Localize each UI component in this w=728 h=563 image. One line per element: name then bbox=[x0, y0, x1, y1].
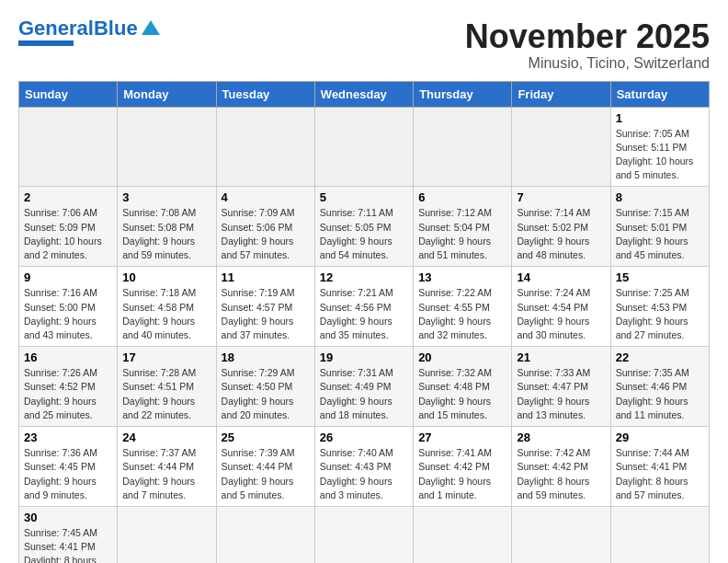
day-number: 22 bbox=[616, 350, 704, 364]
day-number: 14 bbox=[517, 270, 605, 284]
day-cell bbox=[118, 107, 216, 187]
day-number: 23 bbox=[24, 431, 112, 444]
logo-text: GeneralBlue bbox=[18, 18, 138, 39]
day-info: Sunrise: 7:40 AM Sunset: 4:43 PM Dayligh… bbox=[320, 446, 408, 502]
day-cell bbox=[314, 107, 413, 187]
day-cell: 5Sunrise: 7:11 AM Sunset: 5:05 PM Daylig… bbox=[314, 187, 413, 267]
day-cell: 22Sunrise: 7:35 AM Sunset: 4:46 PM Dayli… bbox=[610, 347, 709, 427]
day-number: 29 bbox=[616, 431, 704, 444]
page-header: GeneralBlue November 2025 Minusio, Ticin… bbox=[18, 18, 710, 72]
day-header-monday: Monday bbox=[118, 81, 216, 107]
day-header-wednesday: Wednesday bbox=[314, 81, 413, 107]
day-number: 19 bbox=[320, 350, 408, 364]
day-info: Sunrise: 7:21 AM Sunset: 4:56 PM Dayligh… bbox=[320, 286, 408, 342]
day-info: Sunrise: 7:37 AM Sunset: 4:44 PM Dayligh… bbox=[122, 446, 210, 502]
day-cell bbox=[19, 107, 118, 187]
day-number: 11 bbox=[222, 270, 310, 284]
day-cell: 7Sunrise: 7:14 AM Sunset: 5:02 PM Daylig… bbox=[512, 187, 610, 267]
day-info: Sunrise: 7:12 AM Sunset: 5:04 PM Dayligh… bbox=[418, 206, 506, 262]
day-info: Sunrise: 7:39 AM Sunset: 4:44 PM Dayligh… bbox=[222, 446, 310, 502]
location-title: Minusio, Ticino, Switzerland bbox=[465, 55, 710, 72]
day-info: Sunrise: 7:14 AM Sunset: 5:02 PM Dayligh… bbox=[517, 206, 605, 262]
day-number: 5 bbox=[320, 190, 408, 204]
day-cell: 30Sunrise: 7:45 AM Sunset: 4:41 PM Dayli… bbox=[19, 506, 118, 563]
day-number: 21 bbox=[517, 350, 605, 364]
day-cell: 2Sunrise: 7:06 AM Sunset: 5:09 PM Daylig… bbox=[19, 187, 118, 267]
day-cell: 21Sunrise: 7:33 AM Sunset: 4:47 PM Dayli… bbox=[512, 347, 610, 427]
day-cell bbox=[216, 107, 314, 187]
logo-bar bbox=[18, 40, 74, 46]
day-cell: 29Sunrise: 7:44 AM Sunset: 4:41 PM Dayli… bbox=[610, 427, 709, 507]
day-number: 1 bbox=[616, 111, 704, 125]
day-cell: 11Sunrise: 7:19 AM Sunset: 4:57 PM Dayli… bbox=[216, 267, 314, 347]
day-info: Sunrise: 7:16 AM Sunset: 5:00 PM Dayligh… bbox=[24, 286, 112, 342]
day-info: Sunrise: 7:44 AM Sunset: 4:41 PM Dayligh… bbox=[616, 446, 704, 502]
day-number: 24 bbox=[122, 431, 210, 444]
logo-blue: Blue bbox=[94, 17, 138, 40]
day-info: Sunrise: 7:33 AM Sunset: 4:47 PM Dayligh… bbox=[517, 366, 605, 422]
day-cell: 17Sunrise: 7:28 AM Sunset: 4:51 PM Dayli… bbox=[118, 347, 216, 427]
logo-general: General bbox=[18, 17, 94, 40]
day-number: 20 bbox=[418, 350, 506, 364]
day-info: Sunrise: 7:26 AM Sunset: 4:52 PM Dayligh… bbox=[24, 366, 112, 422]
day-cell: 20Sunrise: 7:32 AM Sunset: 4:48 PM Dayli… bbox=[414, 347, 512, 427]
day-number: 10 bbox=[122, 270, 210, 284]
day-number: 3 bbox=[122, 190, 210, 204]
day-number: 8 bbox=[616, 190, 704, 204]
day-info: Sunrise: 7:42 AM Sunset: 4:42 PM Dayligh… bbox=[517, 446, 605, 502]
day-cell bbox=[512, 506, 610, 563]
day-info: Sunrise: 7:29 AM Sunset: 4:50 PM Dayligh… bbox=[222, 366, 310, 422]
day-cell: 19Sunrise: 7:31 AM Sunset: 4:49 PM Dayli… bbox=[314, 347, 413, 427]
day-info: Sunrise: 7:18 AM Sunset: 4:58 PM Dayligh… bbox=[122, 286, 210, 342]
day-number: 12 bbox=[320, 270, 408, 284]
day-info: Sunrise: 7:08 AM Sunset: 5:08 PM Dayligh… bbox=[122, 206, 210, 262]
day-number: 7 bbox=[517, 190, 605, 204]
day-info: Sunrise: 7:06 AM Sunset: 5:09 PM Dayligh… bbox=[24, 206, 112, 262]
day-number: 28 bbox=[517, 431, 605, 444]
day-cell: 28Sunrise: 7:42 AM Sunset: 4:42 PM Dayli… bbox=[512, 427, 610, 507]
day-info: Sunrise: 7:22 AM Sunset: 4:55 PM Dayligh… bbox=[418, 286, 506, 342]
day-cell: 6Sunrise: 7:12 AM Sunset: 5:04 PM Daylig… bbox=[414, 187, 512, 267]
week-row-4: 16Sunrise: 7:26 AM Sunset: 4:52 PM Dayli… bbox=[19, 347, 710, 427]
day-cell bbox=[512, 107, 610, 187]
day-cell: 8Sunrise: 7:15 AM Sunset: 5:01 PM Daylig… bbox=[610, 187, 709, 267]
day-cell: 24Sunrise: 7:37 AM Sunset: 4:44 PM Dayli… bbox=[118, 427, 216, 507]
day-cell: 9Sunrise: 7:16 AM Sunset: 5:00 PM Daylig… bbox=[19, 267, 118, 347]
day-header-tuesday: Tuesday bbox=[216, 81, 314, 107]
day-number: 16 bbox=[24, 350, 112, 364]
week-row-5: 23Sunrise: 7:36 AM Sunset: 4:45 PM Dayli… bbox=[19, 427, 710, 507]
day-number: 13 bbox=[418, 270, 506, 284]
day-header-sunday: Sunday bbox=[19, 81, 118, 107]
day-number: 9 bbox=[24, 270, 112, 284]
month-title: November 2025 bbox=[465, 18, 710, 55]
day-header-friday: Friday bbox=[512, 81, 610, 107]
day-cell bbox=[118, 506, 216, 563]
title-block: November 2025 Minusio, Ticino, Switzerla… bbox=[465, 18, 710, 72]
day-cell: 10Sunrise: 7:18 AM Sunset: 4:58 PM Dayli… bbox=[118, 267, 216, 347]
day-cell: 14Sunrise: 7:24 AM Sunset: 4:54 PM Dayli… bbox=[512, 267, 610, 347]
day-number: 15 bbox=[616, 270, 704, 284]
day-info: Sunrise: 7:11 AM Sunset: 5:05 PM Dayligh… bbox=[320, 206, 408, 262]
day-cell: 16Sunrise: 7:26 AM Sunset: 4:52 PM Dayli… bbox=[19, 347, 118, 427]
day-number: 6 bbox=[418, 190, 506, 204]
week-row-2: 2Sunrise: 7:06 AM Sunset: 5:09 PM Daylig… bbox=[19, 187, 710, 267]
day-cell: 3Sunrise: 7:08 AM Sunset: 5:08 PM Daylig… bbox=[118, 187, 216, 267]
day-cell bbox=[414, 107, 512, 187]
day-cell bbox=[216, 506, 314, 563]
day-info: Sunrise: 7:41 AM Sunset: 4:42 PM Dayligh… bbox=[418, 446, 506, 502]
day-cell bbox=[314, 506, 413, 563]
day-cell: 4Sunrise: 7:09 AM Sunset: 5:06 PM Daylig… bbox=[216, 187, 314, 267]
day-header-thursday: Thursday bbox=[414, 81, 512, 107]
day-cell: 23Sunrise: 7:36 AM Sunset: 4:45 PM Dayli… bbox=[19, 427, 118, 507]
day-cell: 15Sunrise: 7:25 AM Sunset: 4:53 PM Dayli… bbox=[610, 267, 709, 347]
day-cell: 26Sunrise: 7:40 AM Sunset: 4:43 PM Dayli… bbox=[314, 427, 413, 507]
day-info: Sunrise: 7:25 AM Sunset: 4:53 PM Dayligh… bbox=[616, 286, 704, 342]
day-cell: 25Sunrise: 7:39 AM Sunset: 4:44 PM Dayli… bbox=[216, 427, 314, 507]
day-cell: 13Sunrise: 7:22 AM Sunset: 4:55 PM Dayli… bbox=[414, 267, 512, 347]
day-info: Sunrise: 7:09 AM Sunset: 5:06 PM Dayligh… bbox=[222, 206, 310, 262]
day-cell bbox=[610, 506, 709, 563]
week-row-3: 9Sunrise: 7:16 AM Sunset: 5:00 PM Daylig… bbox=[19, 267, 710, 347]
day-number: 4 bbox=[222, 190, 310, 204]
day-number: 17 bbox=[122, 350, 210, 364]
day-number: 26 bbox=[320, 431, 408, 444]
